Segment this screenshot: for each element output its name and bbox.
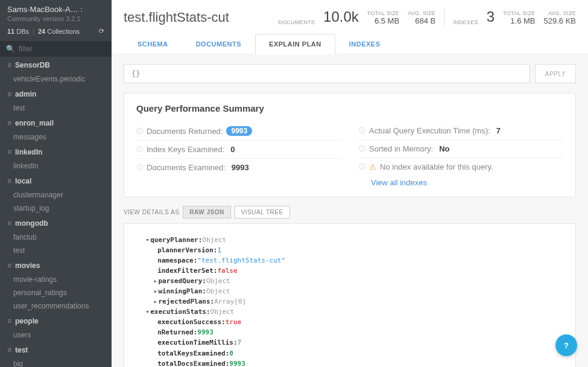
info-icon: ⓘ	[359, 162, 365, 171]
sidebar-version: Community version 3.2.1	[7, 15, 104, 22]
database-icon: ≡	[7, 61, 11, 69]
info-icon: ⓘ	[136, 163, 143, 172]
view-details-label: VIEW DETAILS AS	[124, 209, 179, 215]
sidebar-db-people[interactable]: ≡people	[0, 313, 112, 328]
database-icon: ≡	[7, 119, 11, 127]
sidebar-coll-linkedIn[interactable]: linkedIn	[0, 159, 112, 173]
summary-box: Query Performance Summary ⓘDocuments Ret…	[124, 93, 576, 197]
refresh-icon[interactable]: ⟳	[99, 27, 104, 35]
info-icon: ⓘ	[136, 127, 143, 136]
index-count: 3	[487, 8, 495, 25]
view-indexes-link[interactable]: View all indexes	[371, 178, 563, 187]
sidebar-coll-user_recommendations[interactable]: user_recommendations	[0, 299, 112, 313]
help-bubble[interactable]: ?	[555, 334, 577, 356]
database-icon: ≡	[7, 261, 11, 270]
info-icon: ⓘ	[136, 145, 143, 154]
sidebar-coll-clustermanager[interactable]: clustermanager	[0, 188, 112, 202]
sidebar-coll-users[interactable]: users	[0, 328, 112, 342]
warning-icon: ⚠	[369, 162, 376, 171]
sidebar-coll-startup_log[interactable]: startup_log	[0, 202, 112, 215]
info-icon: ⓘ	[359, 144, 365, 153]
tab-indexes[interactable]: INDEXES	[335, 34, 394, 54]
database-icon: ≡	[7, 90, 11, 98]
sidebar-db-enron_mail[interactable]: ≡enron_mail	[0, 115, 112, 130]
summary-title: Query Performance Summary	[136, 103, 563, 113]
sidebar-coll-messages[interactable]: messages	[0, 130, 112, 144]
database-icon: ≡	[7, 148, 11, 156]
sidebar-coll-fanclub[interactable]: fanclub	[0, 231, 112, 244]
tab-schema[interactable]: SCHEMA	[124, 34, 182, 54]
sidebar-db-admin[interactable]: ≡admin	[0, 86, 112, 101]
sidebar-stats: 11 DBs | 24 Collections ⟳	[0, 25, 112, 41]
raw-json-button[interactable]: RAW JSON	[183, 206, 230, 219]
sidebar-coll-vehicleEvents.periodic[interactable]: vehicleEvents.periodic	[0, 72, 112, 86]
database-icon: ≡	[7, 177, 11, 185]
sidebar-db-linkedIn[interactable]: ≡linkedIn	[0, 144, 112, 159]
sidebar-db-movies[interactable]: ≡movies	[0, 257, 112, 273]
sidebar-host: Sams-MacBook-A… :	[7, 5, 104, 14]
database-icon: ≡	[7, 346, 11, 354]
sidebar-coll-movie-ratings[interactable]: movie-ratings	[0, 273, 112, 286]
docs-returned-badge: 9993	[226, 126, 252, 136]
doc-count: 10.0k	[323, 8, 359, 25]
namespace-title: test.flightStats-cut	[124, 10, 229, 25]
database-icon: ≡	[7, 317, 11, 325]
explain-json: ▾queryPlanner:Object plannerVersion:1 na…	[124, 223, 576, 367]
visual-tree-button[interactable]: VISUAL TREE	[235, 206, 290, 219]
tab-explain[interactable]: EXPLAIN PLAN	[255, 34, 335, 54]
sidebar-coll-test[interactable]: test	[0, 244, 112, 257]
sidebar-db-mongodb[interactable]: ≡mongodb	[0, 215, 112, 231]
search-icon: 🔍	[6, 45, 15, 53]
main-panel: test.flightStats-cut DOCUMENTS 10.0k tot…	[112, 0, 588, 367]
tab-documents[interactable]: DOCUMENTS	[182, 34, 255, 54]
database-icon: ≡	[7, 219, 11, 228]
sidebar-coll-test[interactable]: test	[0, 101, 112, 115]
sidebar-filter[interactable]: 🔍	[0, 41, 112, 57]
sidebar-coll-big[interactable]: big	[0, 357, 112, 367]
sidebar-db-SensorDB[interactable]: ≡SensorDB	[0, 57, 112, 72]
filter-input[interactable]	[19, 45, 109, 53]
sidebar: Sams-MacBook-A… : Community version 3.2.…	[0, 0, 112, 367]
sidebar-db-test[interactable]: ≡test	[0, 342, 112, 357]
info-icon: ⓘ	[359, 126, 365, 135]
sidebar-coll-personal_ratings[interactable]: personal_ratings	[0, 286, 112, 299]
sidebar-db-local[interactable]: ≡local	[0, 173, 112, 188]
query-input[interactable]: {}	[124, 64, 530, 83]
apply-button[interactable]: APPLY	[535, 64, 576, 83]
